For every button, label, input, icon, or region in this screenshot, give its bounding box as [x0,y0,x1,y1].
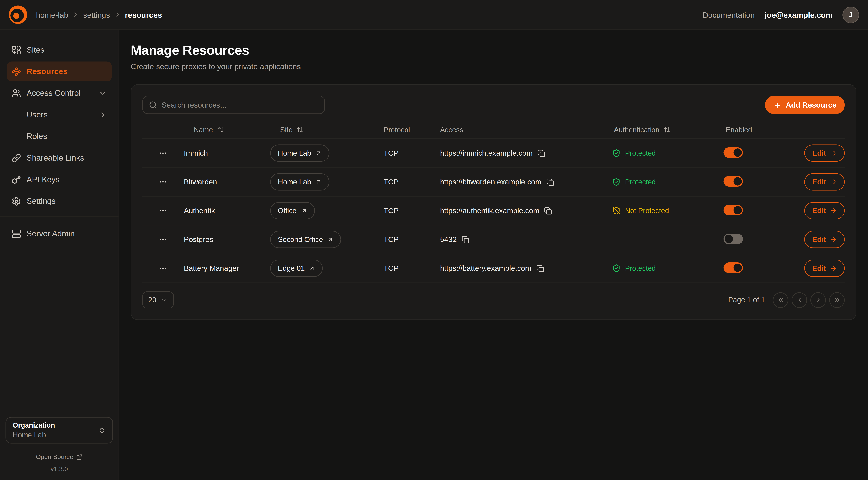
copy-icon [536,264,544,272]
shield-check-icon [612,149,621,157]
protocol: TCP [383,235,440,244]
breadcrumb-segment-settings[interactable]: settings [83,10,110,19]
organization-selector[interactable]: Organization Home Lab [6,417,113,444]
breadcrumb-segment-home-lab[interactable]: home-lab [36,10,68,19]
ellipsis-icon [158,177,168,187]
edit-button[interactable]: Edit [805,144,845,161]
auth-none: - [612,235,723,244]
site-link[interactable]: Office [270,202,315,219]
external-link-icon [76,454,83,460]
sidebar-item-label: API Keys [27,175,60,184]
column-header-access: Access [440,125,612,134]
resource-name: Postgres [184,235,270,244]
enabled-toggle[interactable] [723,205,743,215]
chevrons-left-icon [777,296,784,303]
edit-label: Edit [812,178,826,186]
chevron-right-icon [815,296,822,303]
combine-icon [11,45,21,55]
ellipsis-icon [158,264,168,273]
toggle-knob [734,206,742,214]
column-header-site[interactable]: Site [270,125,383,134]
sidebar-item-label: Resources [27,67,68,76]
pangolin-logo-icon[interactable] [9,6,27,24]
edit-button[interactable]: Edit [805,231,845,248]
pagination: 20 Page 1 of 1 [142,291,845,308]
topbar-right: Documentation joe@example.com J [703,6,859,23]
site-link[interactable]: Edge 01 [270,260,323,277]
organization-label: Organization [13,421,98,429]
site-link[interactable]: Second Office [270,231,341,248]
link-icon [11,153,21,162]
site-link[interactable]: Home Lab [270,173,329,190]
arrow-right-icon [830,150,837,157]
auth-badge: Protected [612,264,723,272]
sidebar-item-users[interactable]: Users [7,104,112,124]
column-label: Name [194,125,213,134]
column-label: Protocol [383,125,410,134]
edit-button[interactable]: Edit [805,260,845,277]
copy-button[interactable] [538,149,546,157]
column-header-authentication[interactable]: Authentication [612,125,723,134]
enabled-toggle[interactable] [723,176,743,186]
row-actions-button[interactable] [142,264,184,273]
chevrons-right-icon [833,296,841,303]
breadcrumb-segment-resources[interactable]: resources [125,10,162,19]
toggle-knob [734,148,742,156]
edit-button[interactable]: Edit [805,202,845,219]
enabled-toggle[interactable] [723,233,743,244]
edit-label: Edit [812,264,826,272]
table-row: ImmichHome LabTCPhttps://immich.example.… [142,139,845,168]
user-email[interactable]: joe@example.com [765,10,833,19]
sidebar-item-shareable-links[interactable]: Shareable Links [7,148,112,168]
column-header-protocol: Protocol [383,125,440,134]
enabled-toggle[interactable] [723,147,743,157]
sort-icon [663,126,671,133]
open-source-link[interactable]: Open Source [6,454,113,460]
version-label: v1.3.0 [6,466,113,472]
row-actions-button[interactable] [142,206,184,215]
previous-page-button[interactable] [792,292,807,308]
search-input[interactable] [162,101,318,109]
auth-label: Protected [625,178,656,186]
sidebar-item-label: Roles [27,132,47,141]
edit-button[interactable]: Edit [805,173,845,190]
site-name: Second Office [278,235,323,244]
arrow-up-right-icon [301,208,307,214]
sidebar-item-roles[interactable]: Roles [7,126,112,146]
table-row: PostgresSecond OfficeTCP5432-Edit [142,226,845,254]
next-page-button[interactable] [810,292,826,308]
enabled-toggle[interactable] [723,262,743,273]
copy-button[interactable] [462,236,470,243]
sidebar-item-resources[interactable]: Resources [7,62,112,82]
sidebar-item-api-keys[interactable]: API Keys [7,170,112,189]
page-title: Manage Resources [131,43,857,58]
site-link[interactable]: Home Lab [270,144,329,161]
sidebar-item-sites[interactable]: Sites [7,40,112,60]
access-value: 5432 [440,235,457,244]
auth-label: Protected [625,264,656,272]
documentation-link[interactable]: Documentation [703,10,755,19]
sidebar-item-settings[interactable]: Settings [7,191,112,211]
chevron-left-icon [796,296,803,303]
column-header-name[interactable]: Name [184,125,270,134]
row-actions-button[interactable] [142,148,184,158]
edit-label: Edit [812,207,826,215]
row-actions-button[interactable] [142,235,184,244]
avatar[interactable]: J [842,6,859,23]
breadcrumb: home-labsettingsresources [36,10,162,19]
ellipsis-icon [158,206,168,215]
copy-button[interactable] [547,178,554,186]
first-page-button[interactable] [773,292,788,308]
site-name: Office [278,207,297,215]
pagination-buttons [773,292,845,308]
sidebar-item-label: Sites [27,46,44,54]
row-actions-button[interactable] [142,177,184,187]
copy-button[interactable] [536,264,544,272]
page-size-select[interactable]: 20 [142,291,174,308]
sidebar-item-access-control[interactable]: Access Control [7,83,112,103]
sidebar-item-server-admin[interactable]: Server Admin [7,224,112,244]
add-resource-button[interactable]: Add Resource [765,96,845,114]
last-page-button[interactable] [829,292,845,308]
copy-button[interactable] [544,207,552,215]
site-name: Edge 01 [278,264,305,272]
